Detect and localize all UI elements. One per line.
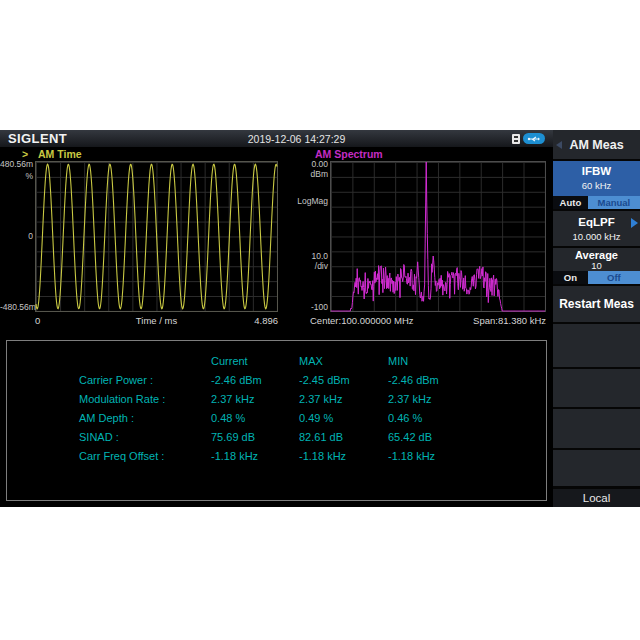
spectrum-x-axis: Center:100.000000 MHz Span:81.380 kHz: [310, 315, 546, 327]
table-cell: -2.46 dBm: [211, 375, 299, 386]
table-cell: -1.18 kHz: [211, 451, 299, 462]
status-icons: [512, 133, 545, 144]
table-cell: 2.37 kHz: [299, 394, 388, 405]
table-cell: 65.42 dB: [388, 432, 508, 443]
datetime-label: 2019-12-06 14:27:29: [248, 133, 346, 145]
average-toggle-off[interactable]: Off: [588, 271, 640, 284]
softkey-menu: AM Meas IFBW 60 kHz Auto Manual EqLPF 10…: [553, 130, 640, 507]
time-x-max-label: 4.896: [254, 315, 278, 326]
time-plot-area: [35, 161, 278, 312]
softkey-blank-1: [553, 324, 640, 367]
spectrum-ref-unit: dBm: [288, 169, 328, 179]
ifbw-value: 60 kHz: [553, 180, 640, 191]
main-display: SIGLENT 2019-12-06 14:27:29 > AM Time 48…: [0, 130, 553, 507]
table-row-label: Carrier Power :: [79, 375, 211, 386]
ifbw-toggle: Auto Manual: [553, 196, 640, 209]
table-cell: 2.37 kHz: [388, 394, 508, 405]
instrument-screen: SIGLENT 2019-12-06 14:27:29 > AM Time 48…: [0, 130, 640, 507]
time-y-min-label: -480.56m: [0, 302, 33, 312]
table-cell: 0.48 %: [211, 413, 299, 424]
time-trace: [36, 162, 277, 311]
softkey-eqlpf[interactable]: EqLPF 10.000 kHz: [553, 211, 640, 246]
local-label: Local: [553, 492, 640, 504]
spectrum-scale-type-label: LogMag: [288, 196, 328, 206]
time-x-axis-title: Time / ms: [136, 315, 177, 326]
ifbw-toggle-manual[interactable]: Manual: [588, 196, 640, 209]
softkey-blank-3: [553, 409, 640, 448]
top-status-bar: SIGLENT 2019-12-06 14:27:29: [0, 130, 553, 147]
table-header-cell: MAX: [299, 356, 388, 367]
softkey-blank-4: [553, 450, 640, 486]
local-button[interactable]: Local: [553, 489, 640, 507]
time-y-unit-label: %: [0, 171, 33, 181]
ifbw-toggle-auto[interactable]: Auto: [553, 196, 588, 209]
table-header-cell: Current: [211, 356, 299, 367]
spectrum-plot-area: [330, 161, 546, 312]
table-corner: [79, 356, 211, 367]
time-y-mid-label: 0: [0, 231, 33, 241]
spectrum-scale-label: 10.0: [288, 251, 328, 261]
results-table: CurrentMAXMINCarrier Power :-2.46 dBm-2.…: [79, 356, 508, 462]
table-cell: -2.46 dBm: [388, 375, 508, 386]
average-toggle: On Off: [553, 271, 640, 284]
table-cell: -1.18 kHz: [299, 451, 388, 462]
table-cell: 0.49 %: [299, 413, 388, 424]
spectrum-scale-unit: /div: [288, 261, 328, 271]
screenshot-page: SIGLENT 2019-12-06 14:27:29 > AM Time 48…: [0, 0, 640, 640]
average-value: 10: [553, 260, 640, 271]
spectrum-ref-label: 0.00: [288, 159, 328, 169]
eqlpf-value: 10.000 kHz: [553, 231, 640, 242]
table-row-label: Carr Freq Offset :: [79, 451, 211, 462]
table-cell: 2.37 kHz: [211, 394, 299, 405]
table-row-label: SINAD :: [79, 432, 211, 443]
usb-stick-icon: [512, 134, 520, 144]
time-y-max-label: 480.56m: [0, 159, 33, 169]
softkey-blank-2: [553, 369, 640, 407]
table-header-cell: MIN: [388, 356, 508, 367]
time-chart-title: AM Time: [38, 148, 82, 160]
ifbw-label: IFBW: [553, 165, 640, 177]
restart-meas-label: Restart Meas: [553, 297, 640, 311]
submenu-arrow-icon: [631, 218, 638, 228]
table-cell: -1.18 kHz: [388, 451, 508, 462]
usb-host-icon: [523, 133, 545, 144]
time-x-axis: 0 Time / ms 4.896: [35, 315, 278, 327]
center-frequency-label: Center:100.000000 MHz: [310, 315, 414, 326]
menu-title-label: AM Meas: [553, 138, 640, 152]
span-label: Span:81.380 kHz: [473, 315, 546, 326]
table-row-label: Modulation Rate :: [79, 394, 211, 405]
table-cell: 0.46 %: [388, 413, 508, 424]
spectrum-trace: [331, 162, 545, 311]
softkey-average[interactable]: Average 10 On Off: [553, 248, 640, 284]
brand-logo: SIGLENT: [8, 131, 67, 146]
time-x-min-label: 0: [35, 315, 40, 326]
table-cell: 75.69 dB: [211, 432, 299, 443]
eqlpf-label: EqLPF: [553, 216, 640, 228]
average-toggle-on[interactable]: On: [553, 271, 588, 284]
softkey-ifbw[interactable]: IFBW 60 kHz Auto Manual: [553, 161, 640, 209]
menu-title: AM Meas: [553, 130, 640, 159]
spectrum-y-min-label: -100: [288, 302, 328, 312]
results-panel: CurrentMAXMINCarrier Power :-2.46 dBm-2.…: [6, 340, 547, 501]
table-cell: 82.61 dB: [299, 432, 388, 443]
softkey-restart-meas[interactable]: Restart Meas: [553, 286, 640, 322]
table-row-label: AM Depth :: [79, 413, 211, 424]
table-cell: -2.45 dBm: [299, 375, 388, 386]
